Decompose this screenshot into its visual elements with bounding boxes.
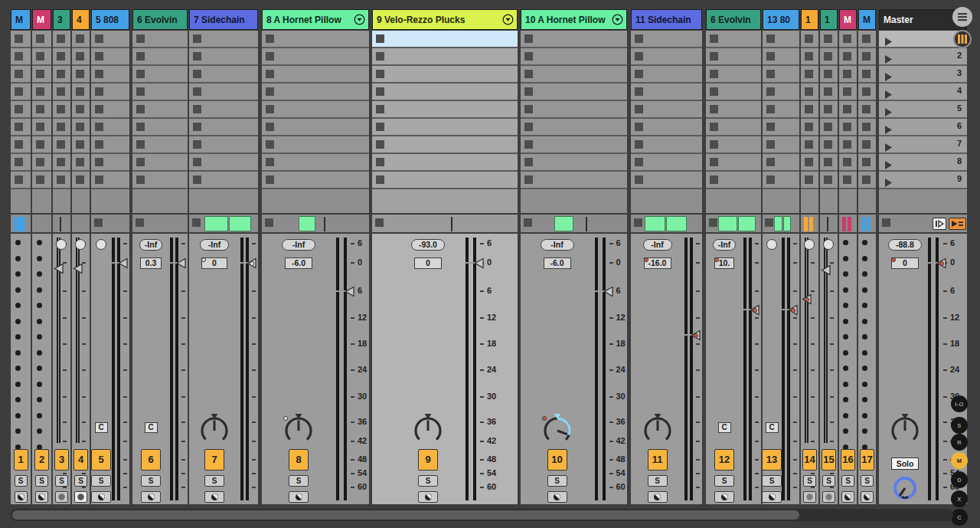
clip-stop-button[interactable] xyxy=(57,140,65,149)
clip-stop-button[interactable] xyxy=(635,175,643,184)
track-header[interactable]: 6 Evolvin xyxy=(132,9,188,30)
clip-stop-button[interactable] xyxy=(95,140,103,149)
volume-field[interactable]: 0 xyxy=(414,257,442,269)
clip-stop-button[interactable] xyxy=(843,175,851,184)
arm-button[interactable] xyxy=(547,491,567,503)
clip-stop-button[interactable] xyxy=(635,158,643,166)
clip-stop-button[interactable] xyxy=(882,218,890,227)
clip-stop-button[interactable] xyxy=(862,140,871,149)
clip-stop-button[interactable] xyxy=(843,34,851,43)
arm-button[interactable] xyxy=(55,491,68,503)
clip-stop-button[interactable] xyxy=(862,87,871,96)
clip-stop-button[interactable] xyxy=(805,52,813,61)
clip-slot[interactable] xyxy=(32,154,51,172)
clip-slot[interactable] xyxy=(858,119,876,136)
clip-stop-button[interactable] xyxy=(266,175,274,184)
clip-stop-button[interactable] xyxy=(76,87,84,96)
clip-slot[interactable] xyxy=(72,172,90,189)
solo-button[interactable]: S xyxy=(763,475,782,487)
clip-slot[interactable] xyxy=(801,31,818,48)
clip-stop-button[interactable] xyxy=(710,175,718,184)
clip-stop-button[interactable] xyxy=(193,175,201,184)
clip-stop-button[interactable] xyxy=(266,87,274,96)
clip-stop-button[interactable] xyxy=(524,87,533,96)
track-activator-button[interactable]: 4 xyxy=(74,449,88,471)
clip-stop-button[interactable] xyxy=(95,105,103,113)
solo-button[interactable]: S xyxy=(91,475,111,487)
clip-stop-button[interactable] xyxy=(766,158,775,166)
clip-slot[interactable] xyxy=(262,119,369,136)
volume-fader-handle[interactable] xyxy=(474,257,484,269)
solo-cue-button[interactable]: Solo xyxy=(891,457,919,470)
clip-slot[interactable] xyxy=(53,136,70,154)
track-header[interactable]: M xyxy=(11,9,31,30)
clip-stop-button[interactable] xyxy=(266,140,274,149)
clip-slot[interactable] xyxy=(801,172,818,189)
solo-button[interactable]: S xyxy=(141,475,161,487)
clip-stop-button[interactable] xyxy=(36,70,44,78)
pan-knob[interactable] xyxy=(411,414,445,448)
clip-stop-button[interactable] xyxy=(266,34,274,43)
clip-stop-button[interactable] xyxy=(193,34,201,43)
clip-slot[interactable] xyxy=(11,172,31,189)
clip-slot[interactable] xyxy=(189,84,258,101)
clip-stop-button[interactable] xyxy=(15,87,23,96)
clip-stop-button[interactable] xyxy=(824,175,832,184)
clip-stop-button[interactable] xyxy=(57,123,65,131)
clip-slot[interactable] xyxy=(801,101,818,119)
clip-stop-button[interactable] xyxy=(36,140,44,149)
clip-stop-button[interactable] xyxy=(766,87,775,96)
clip-slot[interactable] xyxy=(706,84,761,101)
arm-button[interactable] xyxy=(648,491,668,503)
clip-stop-button[interactable] xyxy=(805,87,813,96)
clip-slot[interactable] xyxy=(32,48,51,66)
clip-stop-button[interactable] xyxy=(766,34,775,43)
clip-stop-button[interactable] xyxy=(95,158,103,166)
clip-slot[interactable] xyxy=(11,154,31,172)
clip-slot[interactable] xyxy=(801,84,818,101)
clip-stop-button[interactable] xyxy=(36,105,44,113)
clip-stop-button[interactable] xyxy=(15,175,23,184)
clip-slot[interactable] xyxy=(262,136,369,154)
clip-stop-button[interactable] xyxy=(76,105,84,113)
peak-level-display[interactable]: -Inf xyxy=(200,239,229,251)
clip-slot[interactable] xyxy=(763,101,799,119)
clip-stop-button[interactable] xyxy=(524,52,533,61)
clip-stop-button[interactable] xyxy=(635,87,643,96)
volume-fader-handle[interactable] xyxy=(603,286,613,297)
clip-slot[interactable] xyxy=(11,101,31,119)
peak-level-display[interactable]: -Inf xyxy=(643,239,672,251)
clip-slot[interactable] xyxy=(820,136,838,154)
track-activator-button[interactable]: 13 xyxy=(763,449,782,471)
clip-stop-button[interactable] xyxy=(266,123,274,131)
clip-slot[interactable] xyxy=(132,48,188,66)
clip-stop-button[interactable] xyxy=(824,87,832,96)
volume-fader-handle[interactable] xyxy=(750,304,760,316)
clip-slot[interactable] xyxy=(801,66,818,84)
clip-stop-button[interactable] xyxy=(76,34,84,43)
clip-stop-button[interactable] xyxy=(136,70,145,78)
clip-stop-button[interactable] xyxy=(76,70,84,78)
clip-stop-button[interactable] xyxy=(376,70,384,78)
pan-knob[interactable] xyxy=(282,414,315,448)
clip-slot[interactable] xyxy=(91,136,129,154)
clip-stop-button[interactable] xyxy=(824,34,832,43)
pan-knob[interactable] xyxy=(198,414,231,448)
clip-slot[interactable] xyxy=(32,31,51,48)
arm-button[interactable] xyxy=(141,491,161,503)
clip-slot[interactable] xyxy=(91,119,129,136)
clip-stop-button[interactable] xyxy=(95,87,103,96)
track-activator-button[interactable]: 2 xyxy=(34,449,49,471)
track-activator-button[interactable]: 10 xyxy=(547,449,567,471)
clip-stop-button[interactable] xyxy=(193,158,201,166)
clip-stop-button[interactable] xyxy=(524,34,533,43)
clip-stop-button[interactable] xyxy=(766,175,775,184)
scene-row[interactable]: 4 xyxy=(879,84,967,101)
clip-stop-button[interactable] xyxy=(15,123,23,131)
clip-stop-button[interactable] xyxy=(376,175,384,184)
clip-slot[interactable] xyxy=(820,48,838,66)
clip-stop-button[interactable] xyxy=(136,123,145,131)
clip-stop-button[interactable] xyxy=(843,158,851,166)
scene-row[interactable]: 3 xyxy=(879,66,967,84)
clip-slot[interactable] xyxy=(631,66,702,84)
